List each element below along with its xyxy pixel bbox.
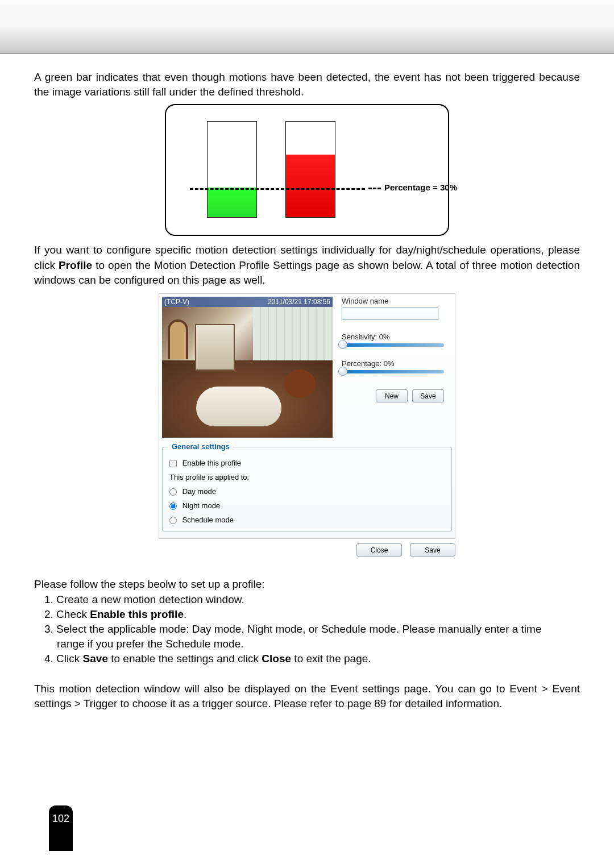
day-mode-radio[interactable] bbox=[169, 488, 177, 496]
enable-profile-checkbox[interactable] bbox=[169, 460, 177, 467]
save-profile-button[interactable]: Save bbox=[410, 543, 455, 556]
step-4: 4. Click Save to enable the settings and… bbox=[34, 651, 580, 666]
threshold-diagram: Percentage = 30% bbox=[34, 104, 580, 236]
intro-paragraph-1: A green bar indicates that even though m… bbox=[34, 70, 580, 99]
step-3b: range if you prefer the Schedule mode. bbox=[34, 637, 580, 651]
profile-settings-panel: (TCP-V) 2011/03/21 17:08:56 Window name … bbox=[159, 293, 455, 539]
percentage-slider[interactable] bbox=[342, 370, 444, 373]
close-button[interactable]: Close bbox=[356, 543, 402, 556]
night-mode-radio[interactable] bbox=[169, 502, 177, 510]
step-3a: 3. Select the applicable mode: Day mode,… bbox=[34, 622, 580, 637]
video-protocol: (TCP-V) bbox=[164, 298, 189, 306]
night-mode-label: Night mode bbox=[182, 501, 220, 510]
steps-intro: Please follow the steps beolw to set up … bbox=[34, 577, 580, 592]
intro-paragraph-2: If you want to configure specific motion… bbox=[34, 243, 580, 288]
percentage-label: Percentage: 0% bbox=[342, 359, 449, 368]
day-mode-label: Day mode bbox=[182, 487, 216, 496]
bar-red bbox=[285, 121, 335, 218]
window-name-input[interactable] bbox=[342, 308, 438, 320]
page-content: A green bar indicates that even though m… bbox=[0, 54, 614, 711]
profile-word: Profile bbox=[59, 259, 92, 271]
save-button[interactable]: Save bbox=[412, 389, 444, 402]
applied-to-label: This profile is applied to: bbox=[169, 473, 445, 481]
sensitivity-slider[interactable] bbox=[342, 343, 444, 347]
threshold-label: Percentage = 30% bbox=[368, 182, 457, 192]
threshold-line bbox=[190, 188, 365, 190]
sensitivity-label: Sensitivity: 0% bbox=[342, 333, 449, 341]
post-paragraph: This motion detection window will also b… bbox=[34, 682, 580, 711]
schedule-mode-label: Schedule mode bbox=[182, 516, 234, 524]
bar-green bbox=[207, 121, 257, 218]
step-2: 2. Check Enable this profile. bbox=[34, 607, 580, 622]
general-settings-fieldset: General settings Enable this profile Thi… bbox=[162, 447, 452, 531]
top-banner bbox=[0, 0, 614, 54]
general-settings-legend: General settings bbox=[168, 442, 233, 451]
schedule-mode-radio[interactable] bbox=[169, 517, 177, 524]
window-name-label: Window name bbox=[342, 297, 449, 305]
video-timestamp: 2011/03/21 17:08:56 bbox=[268, 298, 330, 306]
new-button[interactable]: New bbox=[376, 389, 408, 402]
text: to open the Motion Detection Profile Set… bbox=[34, 259, 580, 286]
page-number: 102 bbox=[49, 805, 73, 851]
step-1: 1. Create a new motion detection window. bbox=[34, 592, 580, 607]
video-preview[interactable]: (TCP-V) 2011/03/21 17:08:56 bbox=[162, 297, 333, 438]
enable-profile-label: Enable this profile bbox=[182, 459, 241, 467]
